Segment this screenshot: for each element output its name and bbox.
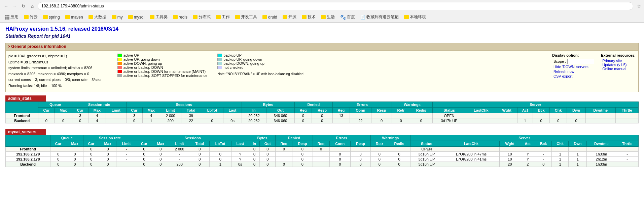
bookmark-label: 百度 — [347, 14, 355, 20]
col-errors-header2: Errors — [313, 135, 371, 141]
hide-down-item: Hide 'DOWN' servers — [553, 65, 594, 69]
bookmark-apps[interactable]: 应用 — [3, 13, 21, 21]
legend-color-not-checked — [217, 66, 222, 69]
legend-item-backup-down-going-up: backup DOWN, going up — [217, 61, 303, 65]
bookmark-tools[interactable]: 工具类 — [148, 13, 170, 21]
display-options-list: Scope : Hide 'DOWN' servers Refresh now … — [552, 59, 594, 78]
bookmark-bigdata[interactable]: 大数据 — [86, 13, 108, 21]
col-s-max: Max — [142, 107, 160, 113]
legend-color-maint — [117, 70, 122, 73]
table-row: Frontend 3 4 3 4 2 000 39 20 232 346 060… — [6, 113, 639, 118]
bookmark-label: 工具类 — [155, 14, 168, 20]
conns-info: current conns = 3; current pipes = 0/0; … — [8, 77, 101, 83]
forward-button[interactable]: → — [11, 3, 18, 9]
bookmark-tech[interactable]: 技术 — [300, 13, 318, 21]
page-subtitle: Statistics Report for pid 1041 — [5, 33, 639, 39]
folder-icon — [112, 15, 116, 19]
bookmark-redis[interactable]: redis — [171, 14, 189, 20]
col-srv-act: Act — [517, 107, 533, 113]
legend-note: Note: "NOLB"/"DRAIN" = UP with load-bala… — [217, 72, 303, 76]
bookmark-mysql[interactable]: mysql — [126, 14, 146, 20]
scope-item: Scope : — [553, 59, 594, 64]
col-queue-header: Queue — [38, 102, 72, 107]
scope-input[interactable] — [567, 59, 594, 64]
folder-icon — [262, 15, 267, 19]
scope-label: Scope : — [553, 59, 566, 63]
general-process-header[interactable]: > General process information — [5, 43, 639, 50]
col-sessions-header2: Sessions — [136, 135, 249, 141]
online-manual-link[interactable]: Online manual — [602, 67, 626, 71]
updates-link[interactable]: Updates (v1.5) — [602, 63, 627, 67]
legend-color-backup-up-going-down — [217, 58, 222, 61]
table-row: 192.168.2.179 0 0 0 0 - 0 0 - 0 0 ? 0 0 … — [6, 151, 639, 156]
bookmark-life[interactable]: 生活 — [319, 13, 337, 21]
bookmark-label: 工作 — [222, 14, 230, 20]
bookmark-zhuyun[interactable]: 竹云 — [22, 13, 40, 21]
col-warnings-header: Warnings — [392, 102, 432, 107]
bookmark-devtools[interactable]: 开发工具 — [233, 13, 259, 21]
updates-item: Updates (v1.5) — [602, 63, 636, 67]
system-limits-info: system limits: memmax = unlimited; ulimi… — [8, 65, 101, 71]
col-s-lbtot: LbTot — [201, 107, 223, 113]
folder-icon — [24, 15, 29, 19]
pid-info: pid = 1041 (process #1, nbproc = 1) — [8, 53, 101, 59]
mycat-servers-section: mycat_servers Queue Session rate Session… — [5, 129, 639, 167]
folder-icon — [150, 15, 154, 19]
external-resources: External resources: Primary site Updates… — [601, 53, 636, 89]
url-bar[interactable] — [38, 2, 633, 10]
col-srv-dwntme: Dwntme — [585, 107, 615, 113]
process-info: pid = 1041 (process #1, nbproc = 1) upti… — [8, 53, 101, 89]
folder-icon — [283, 15, 287, 19]
legend-color-active-down-going-up — [117, 62, 122, 65]
home-button[interactable]: ⌂ — [29, 3, 36, 9]
folder-icon — [173, 15, 178, 19]
col-e-conn: Conn — [350, 107, 371, 113]
col-errors-header: Errors — [332, 102, 392, 107]
legend-item-soft-stopped: active or backup SOFT STOPPED for mainte… — [117, 74, 208, 78]
bookmark-label: 开发工具 — [241, 14, 257, 20]
legend-color-active-up — [117, 54, 122, 57]
apps-grid-icon — [5, 15, 9, 20]
primary-site-item: Primary site — [602, 59, 636, 63]
table-row: 192.168.2.178 0 0 0 0 - 0 0 - 0 0 ? 0 0 … — [6, 156, 639, 162]
legend-item-active-up-going-down: active UP, going down — [117, 57, 208, 61]
bookmark-label: 生活 — [327, 14, 335, 20]
bookmark-spring[interactable]: spring — [41, 14, 62, 20]
mycat-servers-header: mycat_servers — [5, 129, 46, 135]
admin-stats-header: admin_stats — [5, 95, 46, 102]
hide-down-link[interactable]: Hide 'DOWN' servers — [553, 65, 588, 69]
col-srv-thrtle: Thrtle — [615, 107, 638, 113]
bookmark-maven[interactable]: maven — [63, 14, 85, 20]
bookmark-opensource[interactable]: 开源 — [281, 13, 298, 21]
online-manual-item: Online manual — [602, 67, 636, 71]
reload-button[interactable]: ↻ — [20, 3, 27, 9]
legend-color-soft-stopped — [117, 74, 122, 77]
csv-export-link[interactable]: CSV export — [553, 74, 572, 78]
bookmark-local[interactable]: 本地环境 — [402, 13, 428, 21]
bookmark-work[interactable]: 工作 — [214, 13, 232, 21]
admin-stats-section: admin_stats Queue Session rate Sessions … — [5, 95, 639, 123]
folder-icon — [404, 15, 409, 19]
col-w-redis: Redis — [410, 107, 432, 113]
bookmark-druid[interactable]: druid — [260, 14, 279, 20]
primary-site-link[interactable]: Primary site — [602, 59, 622, 63]
col-name-header2 — [6, 135, 50, 146]
col-sessions-header: Sessions — [126, 102, 242, 107]
bookmark-youdao[interactable]: 📄 收藏到有道云笔记 — [358, 13, 401, 21]
refresh-now-link[interactable]: Refresh now — [553, 69, 574, 74]
bookmark-label: maven — [71, 15, 83, 20]
folder-icon — [88, 15, 93, 19]
bookmark-baidu[interactable]: 🐾 百度 — [338, 13, 357, 21]
legend-left: active UP active UP, going down active D… — [117, 53, 208, 78]
back-button[interactable]: ← — [3, 3, 9, 9]
row-name: Frontend — [6, 146, 50, 151]
legend-color-active-backup-down — [117, 66, 122, 69]
col-srv-chk: Chk — [550, 107, 567, 113]
bookmark-star-icon[interactable]: ☆ — [637, 3, 641, 9]
browser-chrome: ← → ↻ ⌂ ☆ 应用 竹云 spring maven — [0, 0, 644, 23]
bookmark-distributed[interactable]: 分布式 — [191, 13, 213, 21]
admin-stats-table: Queue Session rate Sessions Bytes Denied… — [5, 102, 639, 123]
tasks-info: Running tasks: 1/8; idle = 100 % — [8, 83, 101, 89]
table-row: Backend 0 0 0 4 0 1 200 22 0 0s 20 232 3… — [6, 118, 639, 123]
bookmark-my[interactable]: my — [110, 14, 125, 20]
